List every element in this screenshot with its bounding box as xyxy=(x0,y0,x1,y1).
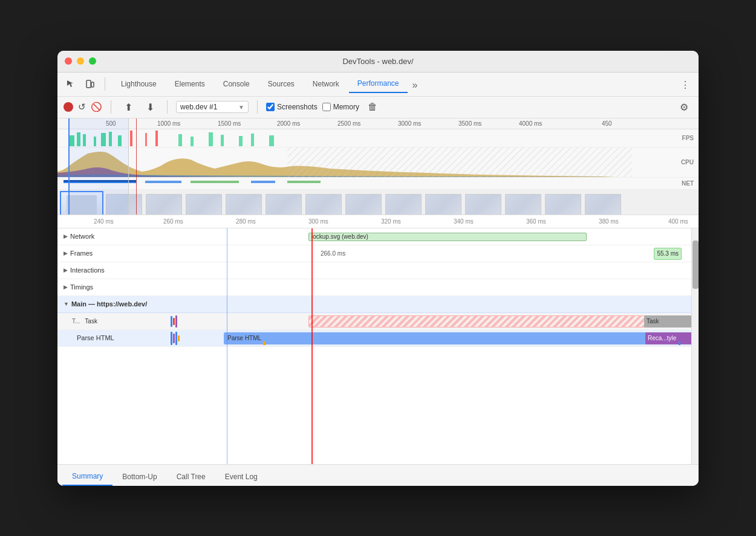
svg-rect-5 xyxy=(94,137,96,146)
blue-marker-bottom xyxy=(679,341,680,345)
scrollbar-vertical[interactable] xyxy=(691,228,699,464)
tab-lighthouse[interactable]: Lighthouse xyxy=(112,75,165,93)
devtools-window: DevTools - web.dev/ Lighthouse Elements … xyxy=(57,51,699,486)
svg-rect-10 xyxy=(191,137,194,146)
parse-html-bar[interactable]: Parse HTML xyxy=(224,332,659,344)
memory-checkbox[interactable] xyxy=(322,103,331,111)
close-button[interactable] xyxy=(65,57,72,65)
screenshot-thumb[interactable] xyxy=(465,194,501,215)
svg-rect-2 xyxy=(70,135,74,146)
main-row-label[interactable]: ▼ Main — https://web.dev/ xyxy=(57,300,169,308)
tab-sources[interactable]: Sources xyxy=(259,75,303,93)
screenshot-thumb[interactable] xyxy=(505,194,541,215)
ruler-tick-400: 400 ms xyxy=(668,218,688,225)
record-button[interactable] xyxy=(64,102,73,112)
svg-rect-24 xyxy=(191,181,239,183)
svg-rect-22 xyxy=(64,180,136,182)
tick-4000: 4000 ms xyxy=(519,120,542,127)
settings-icon[interactable]: ⚙ xyxy=(676,98,692,115)
svg-rect-11 xyxy=(209,132,213,146)
timings-row-label[interactable]: ▶ Timings xyxy=(57,283,169,291)
svg-rect-6 xyxy=(101,133,106,146)
frames-badge[interactable]: 55.3 ms xyxy=(654,248,682,260)
ruler-tick-380: 380 ms xyxy=(599,218,619,225)
screenshot-highlight[interactable] xyxy=(60,191,103,215)
tab-network[interactable]: Network xyxy=(304,75,348,93)
interactions-expand-icon[interactable]: ▶ xyxy=(64,267,68,273)
separator xyxy=(257,100,258,114)
task-bar-right[interactable]: Task xyxy=(644,315,699,328)
screenshot-thumb[interactable] xyxy=(226,194,262,215)
frames-expand-icon[interactable]: ▶ xyxy=(64,250,68,256)
screenshot-thumb[interactable] xyxy=(545,194,581,215)
memory-checkbox-label[interactable]: Memory xyxy=(322,103,359,111)
network-item-label: lockup.svg (web.dev) xyxy=(311,233,368,240)
network-item-bar[interactable]: lockup.svg (web.dev) xyxy=(308,233,587,241)
tab-event-log[interactable]: Event Log xyxy=(215,468,267,486)
delete-recording-icon[interactable]: 🗑 xyxy=(364,98,381,115)
main-row-content xyxy=(169,296,699,312)
screenshot-thumb[interactable] xyxy=(106,194,142,215)
tab-performance[interactable]: Performance xyxy=(349,75,408,93)
maximize-button[interactable] xyxy=(89,57,96,65)
yellow-marker xyxy=(263,341,266,345)
bottom-tabs: Summary Bottom-Up Call Tree Event Log xyxy=(57,464,699,486)
overview-time-ruler: 500 1000 ms 1500 ms 2000 ms 2500 ms 3000… xyxy=(57,118,699,129)
fps-bar: FPS xyxy=(57,129,699,147)
frames-row-label[interactable]: ▶ Frames xyxy=(57,250,169,257)
screenshot-thumb[interactable] xyxy=(425,194,461,215)
tab-call-tree[interactable]: Call Tree xyxy=(167,468,215,486)
screenshot-thumb[interactable] xyxy=(305,194,342,215)
upload-icon[interactable]: ⬆ xyxy=(120,98,137,115)
timeline-row-frames: ▶ Frames 266.0 ms 55.3 ms xyxy=(57,245,699,262)
tick-2500: 2500 ms xyxy=(337,120,360,127)
interactions-row-label[interactable]: ▶ Interactions xyxy=(57,266,169,274)
long-task-bar[interactable] xyxy=(308,315,659,328)
svg-rect-25 xyxy=(251,181,275,183)
main-expand-icon[interactable]: ▼ xyxy=(64,301,69,307)
screenshots-checkbox[interactable] xyxy=(266,103,275,111)
window-title: DevTools - web.dev/ xyxy=(342,57,413,66)
parse-html-row-content: Parse HTML Reca...tyle xyxy=(169,330,699,346)
screenshot-thumb[interactable] xyxy=(146,194,182,215)
task-row-label: T... Task xyxy=(57,318,169,325)
screenshot-thumb[interactable] xyxy=(266,194,302,215)
url-selector[interactable]: web.dev #1 ▼ xyxy=(176,101,249,113)
download-icon[interactable]: ⬇ xyxy=(142,98,158,115)
minimize-button[interactable] xyxy=(77,57,84,65)
svg-rect-19 xyxy=(287,147,632,178)
scrollbar-thumb[interactable] xyxy=(692,241,699,289)
tab-console[interactable]: Console xyxy=(215,75,258,93)
svg-rect-14 xyxy=(251,134,254,146)
tab-bottom-up[interactable]: Bottom-Up xyxy=(112,468,166,486)
recalc-style-bar[interactable]: Reca...tyle xyxy=(645,332,699,344)
tab-summary[interactable]: Summary xyxy=(62,468,112,486)
svg-rect-3 xyxy=(77,132,80,146)
network-row-label[interactable]: ▶ Network xyxy=(57,233,169,240)
screenshot-thumb[interactable] xyxy=(186,194,222,215)
screenshots-strip xyxy=(57,190,699,215)
devtools-menu-icon[interactable]: ⋮ xyxy=(677,77,694,93)
network-expand-icon[interactable]: ▶ xyxy=(64,233,68,239)
devtools-toolbar: Lighthouse Elements Console Sources Netw… xyxy=(57,73,699,97)
screenshot-thumb[interactable] xyxy=(585,194,621,215)
tick-3000: 3000 ms xyxy=(398,120,421,127)
dropdown-arrow-icon: ▼ xyxy=(238,104,244,111)
timings-row-content xyxy=(169,279,699,295)
timings-expand-icon[interactable]: ▶ xyxy=(64,284,68,290)
reload-button[interactable]: ↺ xyxy=(78,102,86,112)
parse-html-row-label: Parse HTML xyxy=(57,334,169,341)
task-row-content: Task xyxy=(169,313,699,329)
tab-elements[interactable]: Elements xyxy=(166,75,213,93)
inspect-icon[interactable] xyxy=(62,76,79,92)
screenshot-thumb[interactable] xyxy=(385,194,422,215)
device-icon[interactable] xyxy=(82,76,99,92)
timeline-row-task: T... Task Task xyxy=(57,313,699,330)
tick-450: 450 xyxy=(602,120,612,127)
screenshot-thumb[interactable] xyxy=(345,194,382,215)
timeline-content[interactable]: ▶ Network lockup.svg (web.dev) ▶ Frames xyxy=(57,228,699,464)
more-tabs-button[interactable]: » xyxy=(409,77,422,93)
screenshots-checkbox-label[interactable]: Screenshots xyxy=(266,103,318,111)
clear-button[interactable]: 🚫 xyxy=(91,102,102,112)
window-controls xyxy=(65,57,96,65)
